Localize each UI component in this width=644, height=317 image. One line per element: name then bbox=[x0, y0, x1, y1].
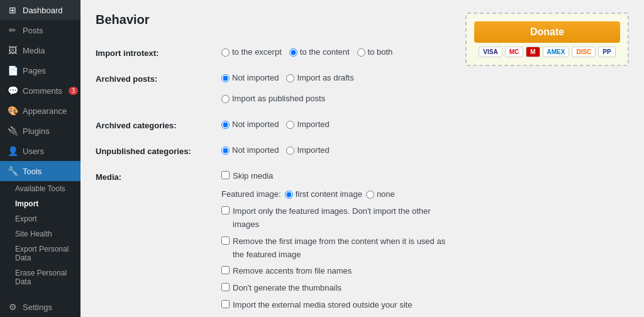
right-panel: Donate VISA MC M AMEX DISC PP bbox=[465, 13, 629, 304]
plugins-icon: 🔌 bbox=[8, 126, 18, 136]
media-icon: 🖼 bbox=[8, 45, 18, 55]
sidebar-item-appearance[interactable]: 🎨 Appearance bbox=[0, 101, 80, 121]
sidebar-label: Settings bbox=[23, 303, 52, 312]
radio-first-content[interactable]: first content image bbox=[285, 188, 362, 201]
radio-unp-imported-label: Imported bbox=[297, 144, 329, 157]
checkbox-skip-media-input[interactable] bbox=[221, 171, 230, 179]
pages-icon: 📄 bbox=[8, 65, 18, 75]
radio-as-published-input[interactable] bbox=[221, 95, 230, 103]
sidebar-item-posts[interactable]: ✏ Posts bbox=[0, 20, 80, 40]
appearance-icon: 🎨 bbox=[8, 106, 18, 116]
sidebar-label: Pages bbox=[23, 66, 46, 75]
sidebar-label: Posts bbox=[23, 26, 43, 35]
form-panel: Behavior Import introtext: to the excerp… bbox=[96, 13, 453, 304]
radio-to-both-label: to both bbox=[368, 46, 393, 59]
donate-button[interactable]: Donate bbox=[474, 21, 620, 43]
checkbox-no-thumbnails[interactable]: Don't generate the thumbnails bbox=[221, 282, 453, 295]
radio-to-both[interactable]: to both bbox=[357, 46, 393, 59]
submenu-export-personal-data[interactable]: Export Personal Data bbox=[0, 242, 80, 265]
sidebar-item-pages[interactable]: 📄 Pages bbox=[0, 60, 80, 81]
radio-to-content-input[interactable] bbox=[289, 48, 297, 57]
radio-unp-not-imported-input[interactable] bbox=[221, 147, 230, 155]
row-import-introtext: Import introtext: to the excerpt to the … bbox=[96, 40, 453, 65]
maestro-icon: M bbox=[526, 47, 540, 57]
radio-to-excerpt[interactable]: to the excerpt bbox=[221, 46, 282, 59]
radio-cat-imported-label: Imported bbox=[297, 118, 329, 131]
checkbox-remove-accents[interactable]: Remove accents from file names bbox=[221, 265, 453, 278]
checkbox-only-featured-input[interactable] bbox=[221, 206, 230, 214]
radio-to-content-label: to the content bbox=[300, 46, 350, 59]
radio-none-input[interactable] bbox=[366, 191, 374, 199]
submenu-import[interactable]: Import bbox=[0, 196, 80, 211]
behavior-form: Import introtext: to the excerpt to the … bbox=[96, 40, 453, 317]
checkbox-remove-accents-input[interactable] bbox=[221, 266, 230, 274]
checkbox-skip-media[interactable]: Skip media bbox=[221, 170, 453, 183]
featured-image-row: Featured image: first content image none bbox=[221, 188, 453, 201]
radio-not-imported-input[interactable] bbox=[221, 74, 230, 82]
submenu-export[interactable]: Export bbox=[0, 211, 80, 226]
radio-none[interactable]: none bbox=[366, 188, 395, 201]
radio-cat-imported[interactable]: Imported bbox=[286, 118, 329, 131]
content-area: Behavior Import introtext: to the excerp… bbox=[80, 0, 644, 317]
row-unpublished-categories: Unpublished categories: Not imported Imp… bbox=[96, 138, 453, 164]
row-archived-posts: Archived posts: Not imported Import as d… bbox=[96, 65, 453, 112]
row-media: Media: Skip media Featured image: bbox=[96, 164, 453, 317]
checkbox-remove-first-input[interactable] bbox=[221, 236, 230, 245]
radio-unp-not-imported[interactable]: Not imported bbox=[221, 144, 279, 157]
checkbox-only-featured-label: Import only the featured images. Don't i… bbox=[233, 205, 453, 231]
label-archived-posts: Archived posts: bbox=[96, 65, 221, 112]
submenu-erase-personal-data[interactable]: Erase Personal Data bbox=[0, 265, 80, 289]
label-unpublished-categories: Unpublished categories: bbox=[96, 138, 221, 164]
checkbox-no-thumbnails-input[interactable] bbox=[221, 283, 230, 291]
radio-unp-imported[interactable]: Imported bbox=[286, 144, 329, 157]
radio-not-imported[interactable]: Not imported bbox=[221, 72, 279, 85]
discover-icon: DISC bbox=[572, 47, 596, 57]
checkbox-skip-media-label: Skip media bbox=[233, 170, 273, 183]
sidebar-label: Tools bbox=[23, 167, 42, 176]
settings-icon: ⚙ bbox=[8, 302, 18, 312]
radio-unp-not-imported-label: Not imported bbox=[232, 144, 279, 157]
main-content: Behavior Import introtext: to the excerp… bbox=[80, 0, 644, 317]
comments-icon: 💬 bbox=[8, 86, 18, 96]
radio-as-published-label: Import as published posts bbox=[232, 92, 325, 106]
options-archived-categories: Not imported Imported bbox=[221, 112, 453, 138]
sidebar-item-dashboard[interactable]: ⊞ Dashboard bbox=[0, 0, 80, 20]
submenu-available-tools[interactable]: Available Tools bbox=[0, 181, 80, 196]
radio-cat-imported-input[interactable] bbox=[286, 121, 294, 129]
checkbox-external-media[interactable]: Import the external media stored outside… bbox=[221, 299, 453, 312]
radio-to-excerpt-input[interactable] bbox=[221, 48, 230, 57]
sidebar-item-tools[interactable]: 🔧 Tools bbox=[0, 161, 80, 181]
radio-as-drafts[interactable]: Import as drafts bbox=[286, 72, 353, 85]
options-unpublished-categories: Not imported Imported bbox=[221, 138, 453, 164]
checkbox-only-featured[interactable]: Import only the featured images. Don't i… bbox=[221, 205, 453, 231]
radio-first-content-input[interactable] bbox=[285, 191, 293, 199]
sidebar-item-comments[interactable]: 💬 Comments 3 bbox=[0, 81, 80, 101]
sidebar-item-settings[interactable]: ⚙ Settings bbox=[0, 297, 80, 317]
radio-as-drafts-label: Import as drafts bbox=[297, 72, 353, 85]
sidebar-label: Users bbox=[23, 147, 44, 156]
options-media: Skip media Featured image: first content… bbox=[221, 164, 453, 317]
checkbox-remove-first[interactable]: Remove the first image from the content … bbox=[221, 235, 453, 262]
sidebar-label: Dashboard bbox=[23, 6, 63, 15]
radio-to-excerpt-label: to the excerpt bbox=[232, 46, 282, 59]
posts-icon: ✏ bbox=[8, 25, 18, 35]
tools-icon: 🔧 bbox=[8, 166, 18, 176]
submenu-site-health[interactable]: Site Health bbox=[0, 226, 80, 242]
featured-image-prefix: Featured image: bbox=[221, 188, 281, 201]
checkbox-external-media-label: Import the external media stored outside… bbox=[233, 299, 412, 312]
sidebar-item-users[interactable]: 👤 Users bbox=[0, 141, 80, 161]
radio-as-drafts-input[interactable] bbox=[286, 74, 294, 82]
radio-as-published[interactable]: Import as published posts bbox=[221, 92, 325, 106]
radio-cat-not-imported[interactable]: Not imported bbox=[221, 118, 279, 131]
dashboard-icon: ⊞ bbox=[8, 5, 18, 15]
radio-unp-imported-input[interactable] bbox=[286, 147, 294, 155]
sidebar-item-media[interactable]: 🖼 Media bbox=[0, 40, 80, 60]
radio-cat-not-imported-input[interactable] bbox=[221, 121, 230, 129]
checkbox-external-media-input[interactable] bbox=[221, 300, 230, 308]
radio-to-content[interactable]: to the content bbox=[289, 46, 350, 59]
media-section: Skip media Featured image: first content… bbox=[221, 170, 453, 317]
sidebar-item-plugins[interactable]: 🔌 Plugins bbox=[0, 121, 80, 141]
sidebar-label: Plugins bbox=[23, 126, 50, 136]
radio-to-both-input[interactable] bbox=[357, 48, 365, 57]
visa-icon: VISA bbox=[479, 47, 502, 57]
